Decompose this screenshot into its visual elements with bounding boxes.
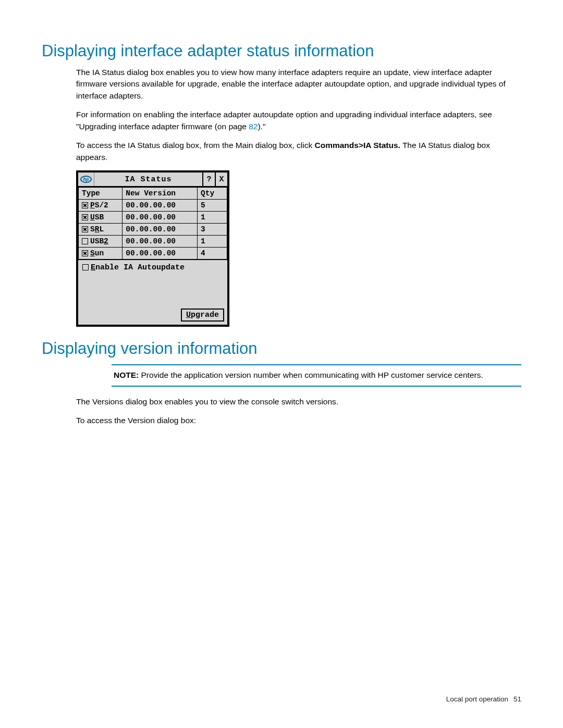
- cell-type[interactable]: PS/2: [79, 200, 123, 212]
- type-label-rest: L: [99, 225, 104, 233]
- page-footer: Local port operation51: [446, 695, 521, 703]
- mnemonic-char: U: [186, 311, 191, 319]
- mnemonic-char: E: [91, 263, 95, 272]
- text-fragment: To access the IA Status dialog box, from…: [76, 141, 315, 150]
- cell-qty: 3: [198, 224, 227, 236]
- row-checkbox[interactable]: [82, 226, 88, 232]
- row-checkbox[interactable]: [82, 250, 88, 256]
- table-row[interactable]: USB00.00.00.001: [79, 212, 227, 224]
- type-label-prefix: S: [90, 225, 95, 233]
- text-fragment: ).": [258, 122, 265, 131]
- help-button[interactable]: ?: [202, 172, 215, 186]
- svg-text:hp: hp: [83, 177, 89, 182]
- mnemonic-char: P: [90, 201, 95, 209]
- cell-qty: 4: [198, 248, 227, 260]
- para-versions-access: To access the Version dialog box:: [76, 415, 521, 426]
- dialog-title: IA Status: [94, 172, 202, 186]
- cell-type[interactable]: SRL: [79, 224, 123, 236]
- table-row[interactable]: Sun00.00.00.004: [79, 248, 227, 260]
- page-link-82[interactable]: 82: [249, 122, 258, 131]
- table-row[interactable]: SRL00.00.00.003: [79, 224, 227, 236]
- cell-version: 00.00.00.00: [123, 212, 198, 224]
- table-row[interactable]: USB200.00.00.001: [79, 236, 227, 248]
- note-text: Provide the application version number w…: [139, 371, 483, 379]
- mnemonic-char: 2: [104, 237, 108, 245]
- col-header-version: New Version: [123, 188, 198, 200]
- enable-autoupdate-row[interactable]: Enable IA Autoupdate: [78, 260, 227, 309]
- para-ia-see-also: For information on enabling the interfac…: [76, 109, 521, 132]
- col-header-qty: Qty: [198, 188, 227, 200]
- menu-path: Commands>IA Status.: [315, 141, 400, 150]
- ia-status-dialog: hp IA Status ? X Type New Version Qty PS…: [76, 170, 229, 327]
- cell-type[interactable]: USB2: [79, 236, 123, 248]
- mnemonic-char: U: [90, 213, 95, 221]
- type-label-rest: un: [95, 249, 104, 257]
- cell-qty: 1: [198, 212, 227, 224]
- para-ia-intro: The IA Status dialog box enables you to …: [76, 67, 521, 102]
- cell-version: 00.00.00.00: [123, 200, 198, 212]
- footer-section: Local port operation: [446, 695, 508, 703]
- col-header-type: Type: [79, 188, 123, 200]
- row-checkbox[interactable]: [82, 202, 88, 208]
- dialog-titlebar: hp IA Status ? X: [78, 172, 227, 187]
- mnemonic-char: S: [90, 249, 95, 257]
- row-checkbox[interactable]: [82, 238, 88, 244]
- upgrade-button[interactable]: Upgrade: [181, 309, 224, 322]
- table-row[interactable]: PS/200.00.00.005: [79, 200, 227, 212]
- note-block: NOTE: Provide the application version nu…: [112, 364, 521, 386]
- cell-version: 00.00.00.00: [123, 248, 198, 260]
- close-button[interactable]: X: [215, 172, 227, 186]
- dialog-footer: Upgrade: [78, 309, 227, 325]
- type-label-rest: SB: [95, 213, 104, 221]
- heading-version-info: Displaying version information: [42, 339, 521, 358]
- autoupdate-checkbox[interactable]: [82, 264, 89, 270]
- cell-qty: 1: [198, 236, 227, 248]
- para-versions-intro: The Versions dialog box enables you to v…: [76, 396, 521, 408]
- note-label: NOTE:: [114, 371, 139, 379]
- heading-ia-status: Displaying interface adapter status info…: [42, 42, 521, 60]
- ia-status-table: Type New Version Qty PS/200.00.00.005USB…: [78, 187, 227, 260]
- page-number: 51: [513, 695, 521, 703]
- cell-type[interactable]: USB: [79, 212, 123, 224]
- hp-logo-icon: hp: [78, 172, 94, 186]
- cell-qty: 5: [198, 200, 227, 212]
- row-checkbox[interactable]: [82, 214, 88, 220]
- cell-type[interactable]: Sun: [79, 248, 123, 260]
- cell-version: 00.00.00.00: [123, 224, 198, 236]
- cell-version: 00.00.00.00: [123, 236, 198, 248]
- upgrade-label: pgrade: [191, 311, 219, 319]
- text-fragment: For information on enabling the interfac…: [76, 110, 492, 130]
- type-label-prefix: USB: [90, 237, 104, 245]
- para-ia-access: To access the IA Status dialog box, from…: [76, 140, 521, 163]
- type-label-rest: S/2: [95, 201, 108, 209]
- autoupdate-label: nable IA Autoupdate: [95, 263, 185, 272]
